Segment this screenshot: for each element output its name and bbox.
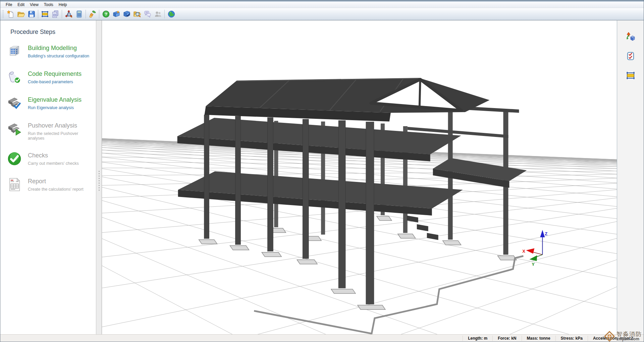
panel-splitter[interactable]: [96, 20, 102, 334]
toolbar-separator: [86, 10, 86, 18]
foundation-footings: [199, 216, 517, 309]
menu-edit[interactable]: Edit: [15, 2, 27, 8]
panel-title: Procedure Steps: [10, 29, 96, 36]
step-subtitle: Code-based parameters: [28, 80, 82, 84]
axes-cube-icon: [626, 32, 635, 41]
toolbar-separator: [164, 10, 165, 18]
save-project-button[interactable]: [26, 9, 37, 19]
splitter-handle: [99, 171, 100, 191]
book-check-icon: [123, 10, 131, 18]
help-question-icon: ?: [102, 10, 110, 18]
application-window: File Edit View Tools Help: [0, 0, 644, 342]
model-viewport: Z X Y: [102, 20, 617, 334]
report-page-icon: [6, 177, 22, 192]
speech-bubbles-icon: [144, 10, 152, 18]
procedure-steps-panel: Procedure Steps: [0, 20, 96, 334]
status-force: Force: kN: [492, 336, 521, 341]
menu-file[interactable]: File: [3, 2, 15, 8]
people-icon: [154, 10, 162, 18]
viewport-3d-scene[interactable]: Z X Y: [102, 20, 617, 334]
step-title: Building Modelling: [28, 44, 89, 52]
beam-section-icon: [626, 71, 635, 80]
verification-manual-button[interactable]: [121, 9, 132, 19]
step-title: Eigenvalue Analysis: [28, 96, 82, 103]
beams-play-icon: [6, 121, 22, 137]
svg-text:?: ?: [105, 12, 107, 17]
toolbar-separator: [99, 10, 99, 18]
step-title: Checks: [28, 152, 79, 159]
toolbar-gripper[interactable]: [2, 10, 4, 18]
member-section-button[interactable]: [624, 69, 637, 82]
beams-check-icon: [6, 95, 22, 111]
menu-tools[interactable]: Tools: [41, 2, 56, 8]
new-project-button[interactable]: [5, 9, 16, 19]
axis-label-y: Y: [532, 262, 535, 267]
open-folder-icon: [17, 10, 25, 18]
step-subtitle: Run Eigenvalue analysis: [28, 105, 82, 110]
green-check-sphere-icon: [6, 151, 22, 166]
toolbar-separator: [38, 10, 38, 18]
side-toolbar: [617, 20, 644, 334]
report-pages-icon: [51, 10, 59, 18]
frame-sections-button[interactable]: [40, 9, 50, 19]
step-subtitle: Create the calculations' report: [28, 187, 84, 192]
step-subtitle: Building's structural configuration: [28, 54, 89, 58]
status-bar: Length: m Force: kN Mass: tonne Stress: …: [0, 334, 644, 342]
feedback-button[interactable]: [142, 9, 153, 19]
toolbar-separator: [62, 10, 62, 18]
sidebar-step-report[interactable]: Report Create the calculations' report: [0, 177, 96, 192]
display-options-button[interactable]: [87, 9, 98, 19]
status-stress: Stress: kPa: [555, 336, 588, 341]
status-length: Length: m: [463, 336, 492, 341]
new-document-icon: [7, 10, 15, 18]
status-mass: Mass: tonne: [522, 336, 555, 341]
sidebar-step-building-modelling[interactable]: Building Modelling Building's structural…: [0, 44, 96, 59]
menu-view[interactable]: View: [27, 2, 41, 8]
building-icon: [6, 44, 22, 59]
user-manual-button[interactable]: [111, 9, 121, 19]
project-report-button[interactable]: [50, 9, 60, 19]
book-new-icon: [112, 10, 120, 18]
globe-icon: [167, 10, 175, 18]
step-subtitle: Run the selected Pushover analyses: [28, 131, 94, 141]
scroll-check-icon: [6, 69, 22, 85]
menu-bar: File Edit View Tools Help: [0, 2, 644, 8]
step-subtitle: Carry out members' checks: [28, 161, 79, 166]
save-floppy-icon: [28, 10, 36, 18]
beam-section-icon: [41, 10, 49, 18]
folder-search-icon: [133, 10, 141, 18]
view-orientation-button[interactable]: [624, 31, 637, 43]
step-title: Pushover Analysis: [28, 122, 94, 129]
open-project-button[interactable]: [16, 9, 26, 19]
browse-examples-button[interactable]: [132, 9, 142, 19]
workspace: Procedure Steps: [0, 20, 644, 334]
axis-label-z: Z: [545, 231, 547, 236]
paintbrush-icon: [89, 10, 97, 18]
forum-button[interactable]: [153, 9, 163, 19]
calculations-button[interactable]: [74, 9, 84, 19]
step-title: Report: [28, 178, 84, 185]
main-toolbar: ?: [0, 8, 644, 20]
ground-grid: [102, 138, 617, 334]
checklist-icon: [626, 51, 635, 61]
status-acceleration: Acceleration: m/sec2: [588, 336, 638, 341]
menu-help[interactable]: Help: [56, 2, 70, 8]
sidebar-step-eigenvalue-analysis[interactable]: Eigenvalue Analysis Run Eigenvalue analy…: [0, 95, 96, 111]
help-button[interactable]: ?: [101, 9, 111, 19]
sidebar-step-checks[interactable]: Checks Carry out members' checks: [0, 151, 96, 166]
website-button[interactable]: [166, 9, 176, 19]
step-title: Code Requirements: [28, 70, 82, 78]
axis-label-x: X: [522, 249, 525, 254]
sidebar-step-code-requirements[interactable]: Code Requirements Code-based parameters: [0, 69, 96, 85]
axis-triad: Z X Y: [522, 230, 547, 267]
foundation-outline: [254, 256, 523, 334]
checks-list-button[interactable]: [624, 50, 637, 62]
sidebar-step-pushover-analysis[interactable]: Pushover Analysis Run the selected Pusho…: [0, 121, 96, 141]
model-nodes-magnifier-icon: [65, 10, 73, 18]
3d-model-view-button[interactable]: [63, 9, 74, 19]
calculator-icon: [75, 10, 83, 18]
